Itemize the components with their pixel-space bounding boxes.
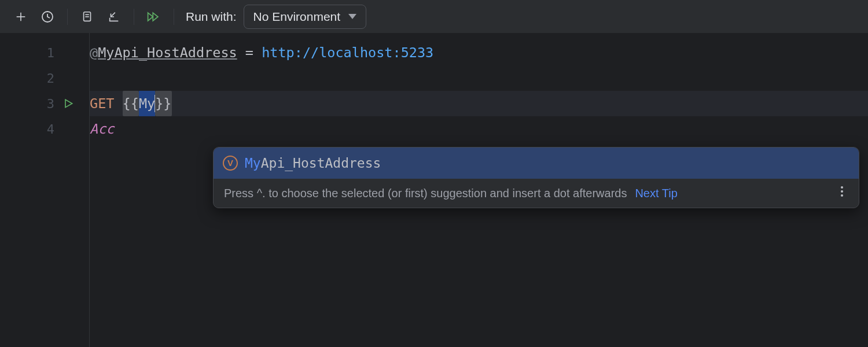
environment-select[interactable]: No Environment	[244, 5, 367, 29]
line-number: 4	[0, 116, 89, 142]
code-line[interactable]	[90, 65, 868, 91]
svg-marker-10	[65, 99, 72, 107]
run-all-button[interactable]	[141, 4, 167, 29]
svg-marker-9	[348, 14, 356, 19]
line-number: 2	[0, 65, 89, 91]
toolbar: Run with: No Environment	[0, 0, 868, 33]
completion-hint: Press ^. to choose the selected (or firs…	[214, 179, 859, 208]
line-number: 3	[0, 91, 89, 116]
code-line-active[interactable]: GET {{My}}	[90, 91, 868, 116]
examples-button[interactable]	[75, 4, 100, 29]
history-button[interactable]	[35, 4, 60, 29]
svg-point-13	[841, 194, 843, 197]
variable-icon: V	[223, 156, 238, 171]
import-button[interactable]	[101, 4, 127, 29]
line-number: 1	[0, 40, 89, 65]
code-area[interactable]: @MyApi_HostAddress = http://localhost:52…	[90, 33, 868, 347]
next-tip-link[interactable]: Next Tip	[635, 180, 677, 206]
code-line[interactable]: @MyApi_HostAddress = http://localhost:52…	[90, 40, 868, 65]
environment-selected-value: No Environment	[253, 10, 341, 24]
editor[interactable]: 1 2 3 4 @MyApi_HostAddress = http://loca…	[0, 33, 868, 347]
add-button[interactable]	[8, 4, 34, 29]
svg-point-11	[841, 186, 843, 189]
toolbar-separator	[134, 9, 134, 25]
svg-marker-7	[148, 13, 153, 21]
run-with-label: Run with:	[186, 10, 237, 24]
toolbar-separator	[67, 9, 68, 25]
code-line[interactable]: Acc	[90, 116, 868, 142]
run-request-icon[interactable]	[62, 91, 79, 116]
more-options-icon[interactable]	[836, 178, 848, 208]
completion-item[interactable]: V MyApi_HostAddress	[214, 147, 859, 179]
chevron-down-icon	[348, 14, 356, 20]
toolbar-separator	[174, 9, 174, 25]
svg-line-6	[111, 12, 115, 16]
completion-popup: V MyApi_HostAddress Press ^. to choose t…	[213, 147, 859, 208]
svg-point-12	[841, 190, 843, 193]
gutter: 1 2 3 4	[0, 33, 90, 347]
